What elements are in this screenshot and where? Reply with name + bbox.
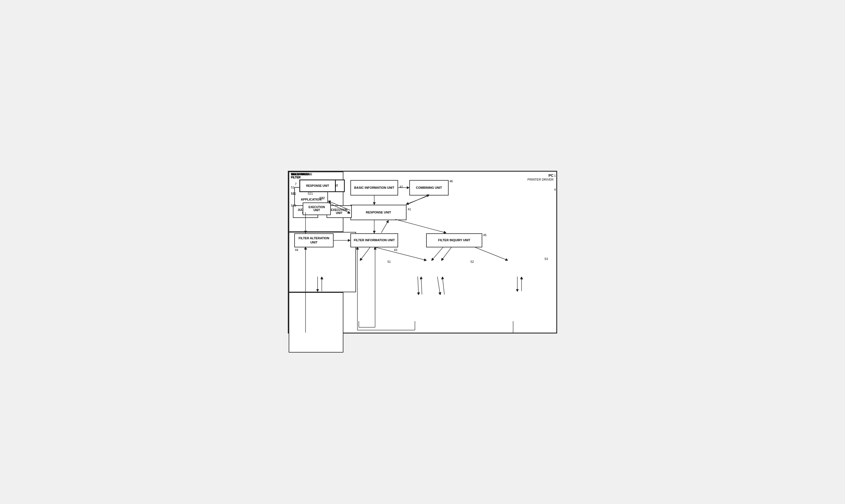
svg-line-6 — [407, 196, 429, 204]
svg-line-23 — [443, 277, 444, 294]
ref-response-top: 41 — [408, 208, 411, 211]
ref-1: 1 — [554, 174, 556, 177]
exec-532-label: EXECUTION UNIT — [309, 205, 325, 212]
exec-522-label: EXECUTION UNIT — [331, 209, 347, 215]
svg-line-20 — [418, 276, 418, 294]
svg-line-9 — [395, 219, 446, 233]
label-pc: PC — [549, 173, 554, 178]
svg-line-16 — [442, 247, 451, 260]
ref-basic-info: 42 — [399, 185, 403, 188]
application-label: APPLICATION — [301, 197, 322, 201]
ref-combining: 46 — [449, 180, 453, 183]
combining-box: COMBINING UNIT — [409, 180, 449, 196]
diagram-frame: PC PRINTER DRIVER 1 4 7 APPLICATION BASI… — [288, 171, 557, 334]
filter-info-label: FILTER INFORMATION UNIT — [354, 238, 395, 242]
filter-inquiry-label: FILTER INQUIRY UNIT — [438, 238, 470, 242]
response-top-box: RESPONSE UNIT — [350, 205, 407, 220]
filter-alteration-label: FILTER ALTERATION UNIT — [295, 236, 333, 244]
filter-alteration-box: FILTER ALTERATION UNIT — [294, 233, 334, 247]
basic-info-label: BASIC INFORMATION UNIT — [354, 186, 394, 190]
ref-filter-alteration: 44 — [295, 248, 298, 252]
svg-line-17 — [475, 247, 507, 260]
svg-line-21 — [437, 276, 440, 294]
ref-rearranging-outer: 52 — [470, 260, 474, 263]
ref-multipage-filter: 51 — [291, 186, 294, 189]
svg-line-13 — [360, 247, 370, 260]
filter-inquiry-box: FILTER INQUIRY UNIT — [426, 233, 482, 247]
basic-info-box: BASIC INFORMATION UNIT — [350, 180, 398, 196]
ref-watermark-outer: 53 — [544, 257, 548, 260]
filter-info-box: FILTER INFORMATION UNIT — [350, 233, 398, 247]
exec-532-box: EXECUTION UNIT — [303, 202, 331, 215]
ref-531: 531 — [291, 192, 296, 195]
svg-line-22 — [421, 277, 422, 294]
label-printer-driver: PRINTER DRIVER — [527, 178, 554, 181]
svg-line-14 — [376, 247, 426, 260]
svg-line-12 — [381, 221, 388, 233]
ref-7: 7 — [295, 182, 296, 186]
ref-filter-inquiry: 45 — [483, 233, 486, 237]
ref-532: 532 — [320, 196, 325, 200]
watermark-filter-outer: WATERMARKFILTER RESPONSE UNIT 531 EXECUT… — [289, 292, 343, 353]
ref-4: 4 — [554, 188, 556, 191]
ref-521: 521 — [308, 192, 313, 195]
response-top-label: RESPONSE UNIT — [366, 210, 391, 214]
svg-line-7 — [407, 195, 429, 205]
combining-label: COMBINING UNIT — [416, 186, 442, 190]
ref-multipage-outer: 51 — [388, 260, 391, 263]
svg-line-15 — [432, 247, 443, 260]
ref-filter-info: 43 — [394, 248, 397, 252]
watermark-filter-label: WATERMARKFILTER — [291, 173, 309, 179]
response-531-label: RESPONSE UNIT — [306, 184, 329, 187]
ref-523: 523 — [291, 204, 296, 207]
response-531-box: RESPONSE UNIT — [299, 180, 336, 192]
